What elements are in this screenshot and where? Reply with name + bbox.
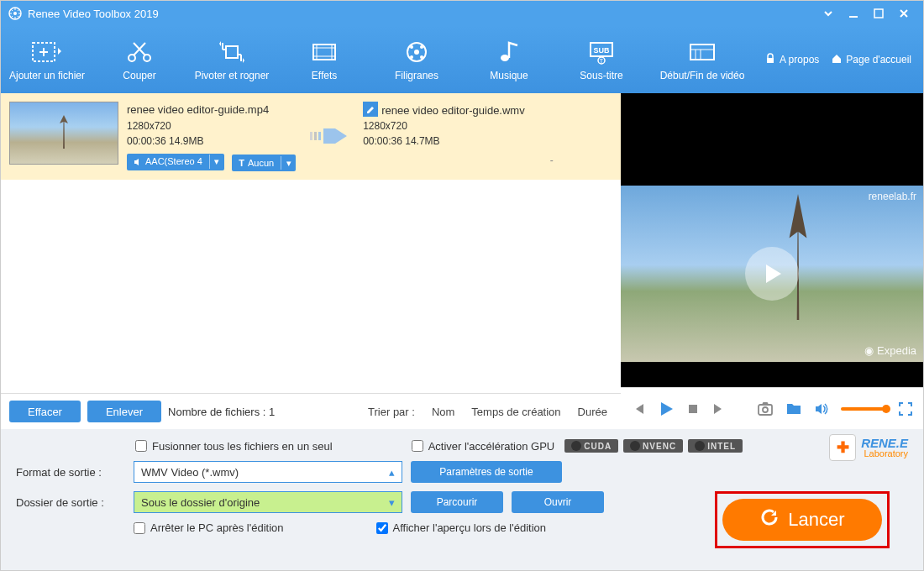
dropdown-button[interactable] <box>816 1 841 26</box>
prev-button[interactable] <box>631 401 646 416</box>
sort-by-duration[interactable]: Durée <box>573 406 612 418</box>
svg-point-10 <box>410 45 413 49</box>
source-file-info: renee video editor-guide.mp4 1280x720 00… <box>127 102 296 171</box>
tool-label: Sous-titre <box>580 70 622 81</box>
svg-rect-2 <box>874 9 883 18</box>
open-button[interactable]: Ouvrir <box>512 491 604 513</box>
launch-label: Lancer <box>788 509 844 531</box>
gpu-label: Activer l'accélération GPU <box>428 440 555 453</box>
tool-intro-outro[interactable]: Début/Fin de vidéo <box>648 26 757 93</box>
crop-rotate-icon <box>218 38 246 66</box>
edit-icon[interactable] <box>363 102 378 117</box>
sub-chip-label: Aucun <box>248 156 274 170</box>
chevron-up-icon: ▴ <box>389 466 395 479</box>
launch-button[interactable]: Lancer <box>722 499 882 541</box>
dest-file-info: renee video editor-guide.wmv 1280x720 00… <box>363 102 525 149</box>
merge-label: Fusionner tous les fichiers en un seul <box>152 440 333 453</box>
titlebar: Renee Video Toolbox 2019 <box>1 1 923 26</box>
tool-cut[interactable]: Couper <box>93 26 186 93</box>
main-toolbar: Ajouter un fichier Couper Pivoter et rog… <box>1 26 923 93</box>
subtitle-icon: SUBT <box>587 38 616 66</box>
tool-effects[interactable]: Effets <box>278 26 370 93</box>
tool-label: Effets <box>312 70 337 81</box>
source-filename: renee video editor-guide.mp4 <box>127 102 296 118</box>
minimize-button[interactable] <box>841 1 866 26</box>
tool-label: Ajouter un fichier <box>9 70 85 81</box>
svg-point-26 <box>763 407 768 412</box>
gpu-badges: CUDA NVENC INTEL <box>564 439 743 453</box>
tool-label: Couper <box>123 70 155 81</box>
gpu-badge-intel: INTEL <box>688 439 743 453</box>
remove-button[interactable]: Enlever <box>87 401 161 422</box>
scissors-icon <box>125 38 154 66</box>
svg-text:T: T <box>600 58 604 64</box>
open-folder-button[interactable] <box>785 401 802 416</box>
preview-checkbox[interactable]: Afficher l'aperçu lors de l'édition <box>376 521 547 534</box>
output-params-button[interactable]: Paramètres de sortie <box>411 461 562 483</box>
volume-button[interactable] <box>814 401 829 416</box>
gpu-checkbox[interactable]: Activer l'accélération GPU <box>412 440 555 453</box>
list-controls: Effacer Enlever Nombre de fichiers : 1 T… <box>1 393 621 429</box>
about-label: A propos <box>780 54 819 65</box>
svg-rect-19 <box>690 45 714 60</box>
preview-cb-label: Afficher l'aperçu lors de l'édition <box>393 521 547 534</box>
svg-rect-21 <box>310 132 312 140</box>
browse-button[interactable]: Parcourir <box>411 491 503 513</box>
watermark-bottom: ◉Expedia <box>864 344 916 357</box>
volume-slider[interactable] <box>841 407 886 411</box>
folder-select[interactable]: Sous le dossier d'origine ▾ <box>134 491 402 513</box>
svg-rect-23 <box>318 132 321 140</box>
home-link[interactable]: Page d'accueil <box>831 53 911 67</box>
file-row[interactable]: renee video editor-guide.mp4 1280x720 00… <box>1 93 621 180</box>
launch-highlight: Lancer <box>715 491 890 548</box>
tool-music[interactable]: Musique <box>463 26 555 93</box>
effects-icon <box>310 38 339 66</box>
svg-rect-22 <box>314 132 317 140</box>
svg-point-11 <box>420 45 423 49</box>
snapshot-button[interactable] <box>757 401 774 416</box>
app-title: Renee Video Toolbox 2019 <box>28 8 816 20</box>
tool-label: Pivoter et rogner <box>195 70 270 81</box>
play-overlay-button[interactable] <box>745 247 799 301</box>
clear-button[interactable]: Effacer <box>9 401 81 422</box>
tool-label: Début/Fin de vidéo <box>660 70 745 81</box>
svg-text:SUB: SUB <box>593 46 610 55</box>
next-button[interactable] <box>711 401 727 416</box>
audio-chip-label: AAC(Stereo 4 <box>145 155 202 169</box>
merge-checkbox[interactable]: Fusionner tous les fichiers en un seul <box>135 440 333 453</box>
app-logo-icon <box>8 6 23 21</box>
status-dash: - <box>533 155 554 171</box>
convert-arrow-icon <box>304 123 354 149</box>
about-link[interactable]: A propos <box>764 53 819 67</box>
home-icon <box>831 53 843 67</box>
sort-by-time[interactable]: Temps de création <box>466 406 565 418</box>
add-file-icon <box>31 38 63 66</box>
fullscreen-button[interactable] <box>898 401 913 416</box>
tool-add-file[interactable]: Ajouter un fichier <box>1 26 93 93</box>
sort-by-name[interactable]: Nom <box>427 406 459 418</box>
svg-point-1 <box>13 12 17 15</box>
dest-filename: renee video editor-guide.wmv <box>381 104 525 117</box>
tool-rotate-crop[interactable]: Pivoter et rogner <box>186 26 278 93</box>
svg-rect-20 <box>767 58 774 63</box>
preview-video[interactable]: reneelab.fr ◉Expedia <box>621 186 923 362</box>
tool-watermark[interactable]: Filigranes <box>370 26 463 93</box>
stop-button[interactable] <box>686 402 700 416</box>
shutdown-checkbox[interactable]: Arrêter le PC après l'édition <box>134 521 284 534</box>
subtitle-chip[interactable]: TAucun ▾ <box>232 155 296 171</box>
shutdown-label: Arrêter le PC après l'édition <box>150 521 284 534</box>
folder-label: Dossier de sortie : <box>16 496 125 509</box>
tool-label: Musique <box>490 70 528 81</box>
audio-track-chip[interactable]: AAC(Stereo 4 ▾ <box>127 154 224 170</box>
close-button[interactable] <box>891 1 916 26</box>
svg-point-13 <box>420 55 423 59</box>
format-label: Format de sortie : <box>16 466 125 479</box>
source-resolution: 1280x720 <box>127 118 296 134</box>
brand-logo: ✚ RENE.E Laboratory <box>829 434 908 461</box>
maximize-button[interactable] <box>866 1 891 26</box>
chevron-down-icon: ▾ <box>389 496 395 509</box>
format-select[interactable]: WMV Video (*.wmv) ▴ <box>134 461 402 483</box>
play-button[interactable] <box>658 401 675 417</box>
chevron-down-icon: ▾ <box>209 155 224 169</box>
tool-subtitle[interactable]: SUBT Sous-titre <box>555 26 648 93</box>
